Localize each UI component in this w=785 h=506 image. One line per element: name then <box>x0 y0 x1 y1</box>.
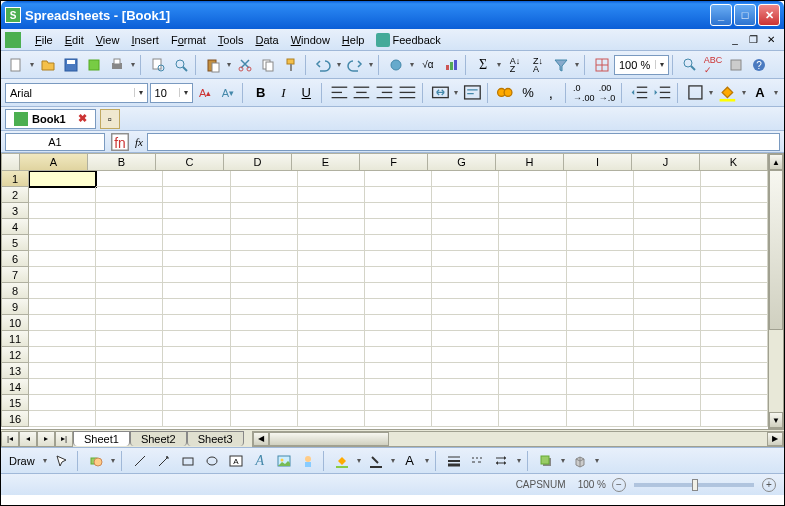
cell-B1[interactable] <box>96 171 163 187</box>
hscroll-thumb[interactable] <box>269 432 389 446</box>
cell-G3[interactable] <box>432 203 499 219</box>
cell-A1[interactable] <box>29 171 96 187</box>
next-sheet-icon[interactable]: ▸ <box>37 431 55 447</box>
wrap-text-icon[interactable] <box>462 82 483 104</box>
autosum-icon[interactable]: Σ <box>472 54 494 76</box>
cell-B6[interactable] <box>96 251 163 267</box>
cell-A16[interactable] <box>29 411 96 427</box>
cell-B8[interactable] <box>96 283 163 299</box>
cell-F1[interactable] <box>365 171 432 187</box>
oval-icon[interactable] <box>201 450 223 472</box>
cell-F6[interactable] <box>365 251 432 267</box>
zoom-icon[interactable] <box>170 54 192 76</box>
cell-I11[interactable] <box>567 331 634 347</box>
redo-dropdown[interactable]: ▾ <box>367 60 375 69</box>
cell-J11[interactable] <box>634 331 701 347</box>
row-header-7[interactable]: 7 <box>1 267 29 283</box>
cell-F11[interactable] <box>365 331 432 347</box>
cell-K7[interactable] <box>701 267 768 283</box>
close-button[interactable]: ✕ <box>758 4 780 26</box>
cell-K14[interactable] <box>701 379 768 395</box>
zoom-combo[interactable]: 100 %▾ <box>614 55 669 75</box>
vscroll-thumb[interactable] <box>769 170 783 330</box>
cell-F13[interactable] <box>365 363 432 379</box>
cell-J14[interactable] <box>634 379 701 395</box>
cell-E1[interactable] <box>298 171 365 187</box>
align-center-icon[interactable] <box>351 82 372 104</box>
hyperlink-dropdown[interactable]: ▾ <box>408 60 416 69</box>
cell-J8[interactable] <box>634 283 701 299</box>
cell-B2[interactable] <box>96 187 163 203</box>
cell-C4[interactable] <box>163 219 230 235</box>
comma-icon[interactable]: , <box>540 82 561 104</box>
cell-F10[interactable] <box>365 315 432 331</box>
bold-button[interactable]: B <box>250 82 271 104</box>
cell-I15[interactable] <box>567 395 634 411</box>
cell-H7[interactable] <box>499 267 566 283</box>
cell-D4[interactable] <box>231 219 298 235</box>
cell-F15[interactable] <box>365 395 432 411</box>
cell-D7[interactable] <box>231 267 298 283</box>
row-header-4[interactable]: 4 <box>1 219 29 235</box>
paste-icon[interactable] <box>202 54 224 76</box>
cell-G13[interactable] <box>432 363 499 379</box>
sort-asc-icon[interactable]: A↓Z <box>504 54 526 76</box>
cell-F8[interactable] <box>365 283 432 299</box>
cell-H3[interactable] <box>499 203 566 219</box>
draw-label[interactable]: Draw <box>5 455 39 467</box>
cell-F16[interactable] <box>365 411 432 427</box>
shadow-icon[interactable] <box>535 450 557 472</box>
fontsize-combo[interactable]: 10▾ <box>150 83 193 103</box>
cell-H15[interactable] <box>499 395 566 411</box>
cell-K10[interactable] <box>701 315 768 331</box>
cell-H12[interactable] <box>499 347 566 363</box>
cell-D12[interactable] <box>231 347 298 363</box>
row-header-8[interactable]: 8 <box>1 283 29 299</box>
row-header-15[interactable]: 15 <box>1 395 29 411</box>
cell-K6[interactable] <box>701 251 768 267</box>
cell-G4[interactable] <box>432 219 499 235</box>
cell-A7[interactable] <box>29 267 96 283</box>
zoom-slider-thumb[interactable] <box>692 479 698 491</box>
cell-F14[interactable] <box>365 379 432 395</box>
wordart-icon[interactable]: A <box>249 450 271 472</box>
cell-A14[interactable] <box>29 379 96 395</box>
cell-K9[interactable] <box>701 299 768 315</box>
cell-B10[interactable] <box>96 315 163 331</box>
last-sheet-icon[interactable]: ▸| <box>55 431 73 447</box>
cell-J13[interactable] <box>634 363 701 379</box>
cell-B13[interactable] <box>96 363 163 379</box>
cell-F9[interactable] <box>365 299 432 315</box>
hyperlink-icon[interactable] <box>385 54 407 76</box>
vertical-scrollbar[interactable]: ▲ ▼ <box>768 153 784 429</box>
document-tab[interactable]: Book1 ✖ <box>5 109 96 129</box>
menu-feedback[interactable]: Feedback <box>370 31 446 49</box>
borders-icon[interactable] <box>685 82 706 104</box>
cell-E4[interactable] <box>298 219 365 235</box>
cell-E11[interactable] <box>298 331 365 347</box>
row-header-6[interactable]: 6 <box>1 251 29 267</box>
cell-D1[interactable] <box>231 171 298 187</box>
font-combo[interactable]: Arial▾ <box>5 83 148 103</box>
cell-H6[interactable] <box>499 251 566 267</box>
cell-F5[interactable] <box>365 235 432 251</box>
cell-C7[interactable] <box>163 267 230 283</box>
chart-icon[interactable] <box>440 54 462 76</box>
text-color-draw-icon[interactable]: A <box>399 450 421 472</box>
text-color-draw-dropdown[interactable]: ▾ <box>423 456 431 465</box>
borders-dropdown[interactable]: ▾ <box>708 88 716 97</box>
row-header-10[interactable]: 10 <box>1 315 29 331</box>
zoom-in-button[interactable]: + <box>762 478 776 492</box>
menu-insert[interactable]: Insert <box>125 32 165 48</box>
cell-H13[interactable] <box>499 363 566 379</box>
redo-icon[interactable] <box>344 54 366 76</box>
cell-D8[interactable] <box>231 283 298 299</box>
cell-H5[interactable] <box>499 235 566 251</box>
cell-I9[interactable] <box>567 299 634 315</box>
cell-G1[interactable] <box>432 171 499 187</box>
cell-D11[interactable] <box>231 331 298 347</box>
scroll-up-icon[interactable]: ▲ <box>769 154 783 170</box>
cell-A13[interactable] <box>29 363 96 379</box>
cell-B5[interactable] <box>96 235 163 251</box>
mdi-close[interactable]: ✕ <box>764 33 778 47</box>
